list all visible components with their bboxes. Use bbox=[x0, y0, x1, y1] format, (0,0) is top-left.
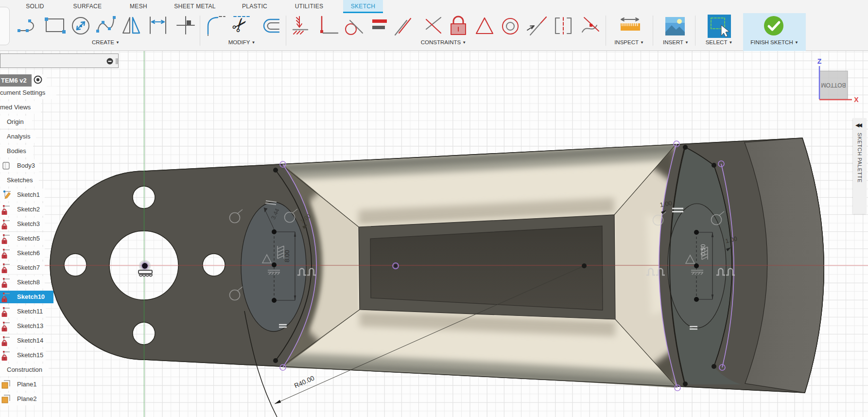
svg-text:Z: Z bbox=[817, 57, 822, 65]
svg-text:X: X bbox=[854, 96, 859, 104]
svg-text:BOTTOM: BOTTOM bbox=[821, 82, 846, 88]
svg-text:0.50: 0.50 bbox=[700, 244, 707, 256]
svg-text:8.00: 8.00 bbox=[283, 250, 291, 262]
